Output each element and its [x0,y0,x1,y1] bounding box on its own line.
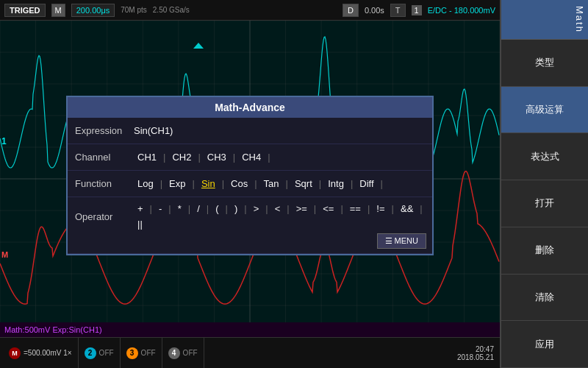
ch2-indicator: 2 OFF [79,338,121,368]
ch2-num: 2 [85,347,96,359]
date-text: 2018.05.21 [457,353,494,361]
ch-num: 1 [412,5,422,15]
operator-btn-1[interactable]: - [155,202,165,216]
function-btn-intg[interactable]: Intg [324,177,348,191]
sidebar-btn-apply[interactable]: 应用 [501,321,588,368]
operator-btn-7[interactable]: < [271,202,284,216]
ch4-num: 4 [168,347,180,359]
function-buttons: Log|Exp|Sin|Cos|Tan|Sqrt|Intg|Diff| [134,177,425,191]
math-dialog: Math-Advance Expression Sin(CH1) Channel… [66,96,434,255]
operator-btn-10[interactable]: == [346,202,365,216]
trig-badge: TRIGED [4,4,46,17]
ch1-marker: 1 [1,136,7,146]
operator-buttons: +|-|*|/|(|)|>|<|>=|<=|==|!=|&&||| [134,202,425,231]
function-btn-sin[interactable]: Sin [198,177,219,191]
channel-btn-ch3[interactable]: CH3 [204,150,230,164]
ch4-indicator: 4 OFF [162,338,204,368]
clock-display: 20:47 2018.05.21 [457,345,494,361]
dialog-channel-row: Channel CH1|CH2|CH3|CH4| [68,144,432,171]
ch-m-num: M [9,347,21,359]
m-marker: M [1,250,8,259]
operator-btn-11[interactable]: != [373,202,388,216]
bottom-right: 20:47 2018.05.21 [457,345,497,361]
sidebar-btn-advanced[interactable]: 高级运算 [501,87,588,134]
ch3-indicator: 3 OFF [121,338,162,368]
math-tab: Math [501,0,588,40]
operator-btn-5[interactable]: ) [231,202,241,216]
dialog-title: Math-Advance [68,97,432,118]
time-val: 0.00s [365,6,384,15]
d-badge: D [343,4,359,17]
ch1-vol: =500.00mV 1× [24,349,72,357]
scope-screen: TRIGED M 200.00μs 70M pts 2.50 GSa/s D 0… [0,0,500,368]
expression-value: Sin(CH1) [134,125,173,136]
operator-btn-4[interactable]: ( [212,202,222,216]
function-btn-log[interactable]: Log [134,177,157,191]
ch2-status: OFF [99,349,114,357]
sidebar-btn-delete[interactable]: 删除 [501,227,588,275]
function-btn-sqrt[interactable]: Sqrt [291,177,316,191]
sidebar-btn-open[interactable]: 打开 [501,180,588,227]
operator-btn-9[interactable]: <= [319,202,337,216]
math-info-text: Math:500mV Exp:Sin(CH1) [4,325,102,334]
menu-button[interactable]: ☰ MENU [377,233,426,249]
channel-buttons: CH1|CH2|CH3|CH4| [134,150,425,164]
operator-btn-0[interactable]: + [134,202,147,216]
top-bar: TRIGED M 200.00μs 70M pts 2.50 GSa/s D 0… [0,0,500,21]
ch3-status: OFF [141,349,156,357]
ch4-status: OFF [183,349,198,357]
operator-btn-12[interactable]: && [397,202,417,216]
right-sidebar: Math 类型 高级运算 表达式 打开 删除 清除 应用 [500,0,588,368]
channel-btn-ch4[interactable]: CH4 [238,150,265,164]
operator-btn-13[interactable]: || [134,217,146,231]
dc-level: E/DC - 180.000mV [428,6,495,15]
ch1-indicator: M =500.00mV 1× [3,338,79,368]
channel-label: Channel [75,152,134,163]
dialog-function-row: Function Log|Exp|Sin|Cos|Tan|Sqrt|Intg|D… [68,171,432,197]
t-badge: T [390,4,406,17]
sidebar-btn-clear[interactable]: 清除 [501,275,588,322]
sidebar-btn-expression[interactable]: 表达式 [501,133,588,180]
m-badge: M [51,4,65,17]
function-label: Function [75,178,134,189]
math-info-bar: Math:500mV Exp:Sin(CH1) [0,322,500,337]
channel-btn-ch1[interactable]: CH1 [134,150,160,164]
operator-btn-8[interactable]: >= [293,202,311,216]
sps-label: 2.50 GSa/s [153,6,190,14]
dialog-expression-row: Expression Sin(CH1) [68,118,432,144]
function-btn-diff[interactable]: Diff [356,177,377,191]
function-btn-tan[interactable]: Tan [260,177,283,191]
function-btn-cos[interactable]: Cos [227,177,251,191]
pts-label: 70M pts [121,6,147,14]
operator-btn-3[interactable]: / [193,202,204,216]
timebase-display: 200.00μs [71,4,115,17]
ch3-num: 3 [126,347,138,359]
time-text: 20:47 [457,345,494,353]
function-btn-exp[interactable]: Exp [165,177,189,191]
bottom-bar: M =500.00mV 1× 2 OFF 3 OFF 4 OFF 20:47 2… [0,337,500,368]
operator-label: Operator [75,211,134,222]
sidebar-btn-type[interactable]: 类型 [501,40,588,87]
expression-content: Sin(CH1) [134,125,425,136]
operator-btn-2[interactable]: * [174,202,185,216]
dialog-operator-row: Operator +|-|*|/|(|)|>|<|>=|<=|==|!=|&&|… [68,197,432,254]
channel-btn-ch2[interactable]: CH2 [168,150,195,164]
expression-label: Expression [75,125,134,136]
operator-btn-6[interactable]: > [250,202,263,216]
